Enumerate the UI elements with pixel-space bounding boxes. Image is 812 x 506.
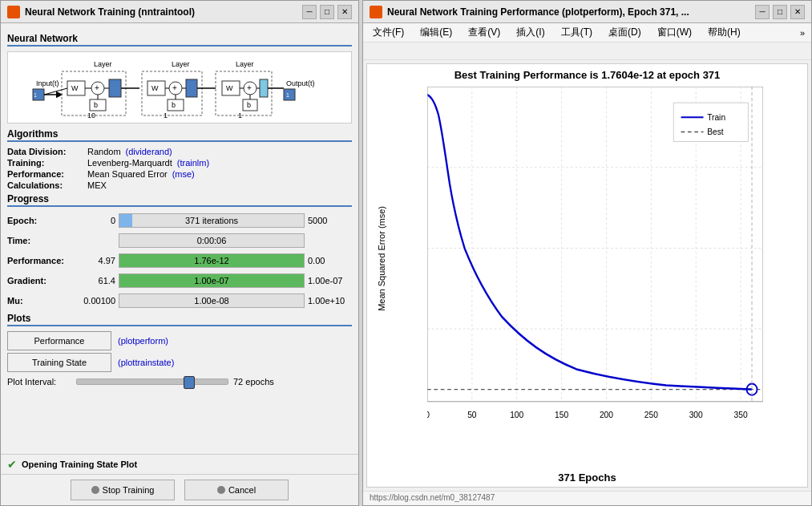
- menu-edit[interactable]: 编辑(E): [417, 26, 455, 39]
- svg-text:b: b: [247, 101, 251, 109]
- nntrain-window: Neural Network Training (nntraintool) ─ …: [0, 0, 359, 506]
- svg-text:W: W: [71, 84, 79, 92]
- menu-file[interactable]: 文件(F): [370, 26, 407, 39]
- status-text: Opening Training State Plot: [22, 459, 137, 469]
- svg-text:1: 1: [286, 92, 289, 98]
- svg-text:1: 1: [34, 92, 37, 98]
- prog-max-grad: 1.00e-07: [308, 276, 352, 285]
- svg-text:Layer: Layer: [172, 60, 190, 68]
- plot-buttons: Performance (plotperform) Training State…: [7, 331, 352, 372]
- slider-thumb[interactable]: [184, 376, 195, 389]
- plot-title: Neural Network Training Performance (plo…: [387, 6, 689, 18]
- svg-text:Input(t): Input(t): [36, 79, 59, 87]
- prog-max-perfp: 0.00: [308, 256, 352, 265]
- progress-row-perf: Performance: 4.97 1.76e-12 0.00: [7, 252, 352, 269]
- prog-label-epoch: Epoch:: [7, 216, 79, 225]
- prog-label-time: Time:: [7, 236, 79, 245]
- menu-desktop[interactable]: 桌面(D): [605, 26, 644, 39]
- plot-close-button[interactable]: ✕: [790, 5, 805, 19]
- algo-row-datadiv: Data Division: Random (dividerand): [7, 147, 352, 156]
- prog-bar-mu: 1.00e-08: [119, 293, 305, 308]
- prog-label-perfp: Performance:: [7, 256, 79, 265]
- menu-overflow[interactable]: »: [800, 28, 805, 38]
- prog-min-epoch: 0: [79, 216, 115, 225]
- training-state-plot-link: (plottrainstate): [118, 358, 174, 367]
- prog-max-mu: 1.00e+10: [308, 296, 352, 306]
- cancel-icon: [217, 486, 225, 494]
- prog-text-perfp: 1.76e-12: [194, 256, 228, 265]
- svg-rect-27: [186, 79, 197, 97]
- svg-text:W: W: [151, 84, 159, 92]
- algo-row-perf: Performance: Mean Squared Error (mse): [7, 169, 352, 179]
- svg-text:Output(t): Output(t): [286, 79, 315, 87]
- algo-row-calc: Calculations: MEX: [7, 180, 352, 190]
- svg-text:b: b: [94, 101, 98, 109]
- prog-max-epoch: 5000: [308, 216, 352, 225]
- bottom-buttons: Stop Training Cancel: [1, 474, 358, 505]
- prog-text-grad: 1.00e-07: [194, 276, 228, 285]
- plot-matlab-icon: [370, 6, 382, 18]
- plot-interval-label: Plot Interval:: [7, 377, 71, 387]
- prog-bar-grad: 1.00e-07: [119, 273, 305, 288]
- chart-container: Best Training Performance is 1.7604e-12 …: [366, 63, 808, 488]
- svg-text:+: +: [95, 83, 99, 92]
- prog-min-perfp: 4.97: [79, 256, 115, 265]
- plot-minimize-button[interactable]: ─: [755, 5, 770, 19]
- stop-training-label: Stop Training: [103, 485, 155, 495]
- stop-icon: [91, 486, 99, 494]
- performance-plot-link: (plotperform): [118, 336, 168, 346]
- svg-text:Train: Train: [707, 112, 725, 122]
- nntrain-title-group: Neural Network Training (nntraintool): [7, 6, 195, 18]
- status-checkmark-icon: ✔: [7, 458, 17, 471]
- x-axis-label: 371 Epochs: [367, 472, 807, 484]
- svg-text:0: 0: [427, 409, 430, 419]
- svg-line-17: [44, 88, 67, 95]
- menu-insert[interactable]: 插入(I): [513, 26, 547, 39]
- matlab-icon: [7, 6, 20, 18]
- svg-text:b: b: [172, 101, 176, 109]
- plot-interval-slider[interactable]: [76, 378, 228, 385]
- svg-rect-12: [109, 79, 121, 97]
- performance-plot-button[interactable]: Performance: [7, 331, 111, 350]
- stop-training-button[interactable]: Stop Training: [71, 480, 175, 500]
- menu-help[interactable]: 帮助(H): [705, 26, 744, 39]
- chart-title: Best Training Performance is 1.7604e-12 …: [367, 64, 807, 83]
- prog-fill-epoch: [119, 214, 132, 227]
- prog-label-grad: Gradient:: [7, 276, 79, 285]
- prog-min-grad: 61.4: [79, 276, 115, 285]
- algo-link-perf: (mse): [172, 169, 195, 179]
- minimize-button[interactable]: ─: [302, 5, 317, 19]
- algo-link-training: (trainlm): [177, 158, 209, 168]
- algo-value-training: Levenberg-Marquardt: [87, 158, 172, 168]
- training-state-plot-button[interactable]: Training State: [7, 353, 111, 372]
- menu-window[interactable]: 窗口(W): [654, 26, 695, 39]
- plot-row-state: Training State (plottrainstate): [7, 353, 352, 372]
- prog-text-mu: 1.00e-08: [194, 296, 228, 306]
- nn-diagram-svg: Input(t) 1 Layer W + b 10: [11, 55, 348, 119]
- algo-value-perf: Mean Squared Error: [87, 169, 168, 179]
- svg-text:Best: Best: [707, 127, 724, 136]
- menu-tools[interactable]: 工具(T): [558, 26, 596, 39]
- plot-maximize-button[interactable]: □: [773, 5, 787, 19]
- svg-text:100: 100: [510, 409, 523, 419]
- plot-interval-row: Plot Interval: 72 epochs: [7, 377, 352, 387]
- panel-content: Neural Network Input(t) 1 Layer W +: [1, 23, 358, 454]
- prog-min-mu: 0.00100: [79, 296, 115, 306]
- plot-toolbar: [363, 43, 811, 60]
- prog-text-time: 0:00:06: [197, 236, 227, 245]
- nntrain-title: Neural Network Training (nntraintool): [25, 6, 195, 18]
- svg-text:W: W: [226, 84, 233, 92]
- algo-section-header: Algorithms: [7, 128, 352, 142]
- plot-menubar: 文件(F) 编辑(E) 查看(V) 插入(I) 工具(T) 桌面(D) 窗口(W…: [363, 23, 811, 43]
- svg-text:200: 200: [600, 409, 613, 419]
- svg-text:+: +: [247, 83, 252, 92]
- nntrain-controls: ─ □ ✕: [302, 5, 352, 19]
- maximize-button[interactable]: □: [320, 5, 334, 19]
- menu-view[interactable]: 查看(V): [465, 26, 503, 39]
- prog-label-mu: Mu:: [7, 296, 79, 306]
- progress-row-time: Time: 0:00:06: [7, 232, 352, 249]
- close-button[interactable]: ✕: [337, 5, 352, 19]
- cancel-button[interactable]: Cancel: [184, 480, 289, 500]
- svg-text:1: 1: [164, 111, 168, 119]
- progress-table: Epoch: 0 371 iterations 5000 Time: 0:00:…: [7, 212, 352, 310]
